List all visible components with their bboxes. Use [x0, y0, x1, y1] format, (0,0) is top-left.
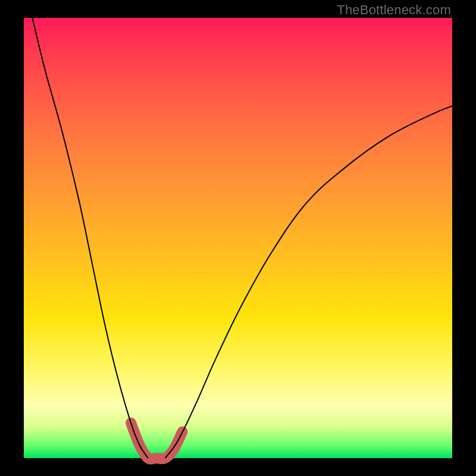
valley-highlight-path	[131, 423, 182, 459]
curve-right-branch	[165, 106, 452, 458]
watermark-text: TheBottleneck.com	[337, 2, 451, 18]
plot-area	[24, 18, 452, 458]
curve-left-branch	[32, 18, 148, 458]
chart-svg	[24, 18, 452, 458]
chart-frame: TheBottleneck.com	[0, 0, 476, 476]
